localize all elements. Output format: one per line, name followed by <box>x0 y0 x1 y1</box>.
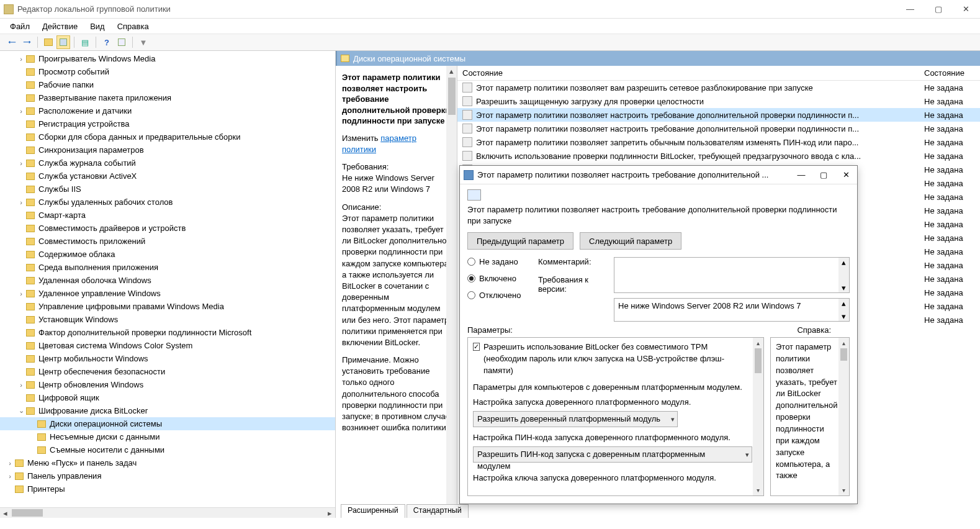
tpm-pin-select[interactable]: Разрешить ПИН-код запуска с доверенным п… <box>473 446 752 463</box>
list-item[interactable]: Этот параметр политики позволяет вам раз… <box>457 81 980 94</box>
tree-item[interactable]: Просмотр событий <box>0 65 335 78</box>
setting-state: Не задана <box>924 179 980 188</box>
list-item[interactable]: Этот параметр политики позволяет настрои… <box>457 122 980 135</box>
tree-item[interactable]: Центр мобильности Windows <box>0 352 335 365</box>
radio-enabled[interactable]: Включено <box>467 274 529 283</box>
expand-icon[interactable]: › <box>17 160 25 167</box>
help-scrollbar[interactable]: ▴▾ <box>838 338 849 495</box>
policy-dialog: Этот параметр политики позволяет настрои… <box>459 165 858 504</box>
list-item[interactable]: Включить использование проверки подлинно… <box>457 149 980 163</box>
tree-item[interactable]: Совместимость приложений <box>0 235 335 248</box>
scroll-thumb[interactable] <box>12 509 43 517</box>
prev-setting-button[interactable]: Предыдущий параметр <box>467 232 573 250</box>
show-tree-button[interactable] <box>56 35 70 49</box>
tab-extended[interactable]: Расширенный <box>341 504 405 518</box>
tree-item[interactable]: Удаленная оболочка Windows <box>0 274 335 287</box>
tree-item[interactable]: ›Проигрыватель Windows Media <box>0 52 335 65</box>
tree-item[interactable]: Регистрация устройства <box>0 117 335 130</box>
scrollbar[interactable]: ▴▾ <box>838 258 849 292</box>
tree-item[interactable]: Рабочие папки <box>0 78 335 91</box>
menu-file[interactable]: Файл <box>5 20 35 32</box>
tree-item[interactable]: Смарт-карта <box>0 209 335 222</box>
tree-item[interactable]: Несъемные диски с данными <box>0 430 335 443</box>
dialog-maximize-button[interactable]: ▢ <box>812 166 835 184</box>
expand-icon[interactable]: ⌄ <box>17 407 25 415</box>
menu-view[interactable]: Вид <box>85 20 110 32</box>
setting-state: Не задана <box>924 165 980 174</box>
folder-icon <box>37 420 46 428</box>
tree-item[interactable]: ›Службы удаленных рабочих столов <box>0 196 335 209</box>
dialog-close-button[interactable]: ✕ <box>835 166 857 184</box>
tree-item[interactable]: Совместимость драйверов и устройств <box>0 222 335 235</box>
help-button[interactable]: ? <box>100 35 114 49</box>
comment-textarea[interactable]: ▴▾ <box>614 257 850 293</box>
export-button[interactable]: ▤ <box>78 35 92 49</box>
tpm-startup-select[interactable]: Разрешить доверенный платформенный модул… <box>473 411 678 427</box>
maximize-button[interactable]: ▢ <box>924 0 952 19</box>
allow-without-tpm-checkbox[interactable]: Разрешить использование BitLocker без со… <box>473 341 752 377</box>
scroll-left-icon[interactable]: ◂ <box>0 508 11 518</box>
expand-icon[interactable]: › <box>17 290 25 297</box>
separator <box>74 37 74 48</box>
minimize-button[interactable]: — <box>896 0 924 19</box>
expand-icon[interactable]: › <box>6 472 14 480</box>
menu-action[interactable]: Действие <box>37 20 83 32</box>
tree-item[interactable]: Цветовая система Windows Color System <box>0 339 335 352</box>
tab-standard[interactable]: Стандартный <box>407 504 469 518</box>
tree-item[interactable]: Развертывание пакета приложения <box>0 91 335 104</box>
tree-item[interactable]: Фактор дополнительной проверки подлиннос… <box>0 326 335 339</box>
tree-item[interactable]: Принтеры <box>0 482 335 495</box>
tree-item[interactable]: Среда выполнения приложения <box>0 261 335 274</box>
list-item[interactable]: Этот параметр политики позволяет настрои… <box>457 108 980 122</box>
radio-not-configured[interactable]: Не задано <box>467 257 529 266</box>
folder-icon <box>26 133 35 141</box>
scroll-thumb[interactable] <box>448 78 456 115</box>
expand-icon[interactable]: › <box>17 199 25 206</box>
col-state-left[interactable]: Состояние <box>457 68 924 78</box>
tree-item[interactable]: Диски операционной системы <box>0 417 335 430</box>
tree-item[interactable]: Служба установки ActiveX <box>0 170 335 183</box>
expand-icon[interactable]: › <box>6 459 14 467</box>
tree-item[interactable]: Службы IIS <box>0 183 335 196</box>
tree-item[interactable]: Сборки для сбора данных и предварительны… <box>0 130 335 143</box>
tree-item[interactable]: Центр обеспечения безопасности <box>0 365 335 378</box>
col-state-right[interactable]: Состояние <box>924 68 980 78</box>
dialog-minimize-button[interactable]: — <box>790 166 812 184</box>
tree-label: Расположение и датчики <box>38 106 132 115</box>
desc-scrollbar[interactable]: ▴ ▾ <box>446 66 457 518</box>
forward-button[interactable]: ⭢ <box>20 35 34 49</box>
list-item[interactable]: Разрешить защищенную загрузку для провер… <box>457 94 980 108</box>
back-button[interactable]: ⭠ <box>5 35 19 49</box>
expand-icon[interactable]: › <box>17 107 25 115</box>
tree-item[interactable]: Управление цифровыми правами Windows Med… <box>0 300 335 313</box>
expand-icon[interactable]: › <box>17 381 25 389</box>
tree-item[interactable]: Содержимое облака <box>0 248 335 261</box>
tree-item[interactable]: ›Панель управления <box>0 469 335 482</box>
chevron-down-icon: ▾ <box>745 450 749 460</box>
tree-item[interactable]: Цифровой ящик <box>0 391 335 404</box>
filter-button[interactable]: ▼ <box>137 35 150 49</box>
tree-hscroll[interactable]: ◂ ▸ <box>0 507 335 518</box>
close-button[interactable]: ✕ <box>952 0 980 19</box>
tree-item[interactable]: Синхронизация параметров <box>0 143 335 156</box>
radio-disabled[interactable]: Отключено <box>467 291 529 300</box>
expand-icon[interactable]: › <box>17 55 25 63</box>
properties-button[interactable] <box>115 35 128 49</box>
menu-help[interactable]: Справка <box>112 20 154 32</box>
tree-item[interactable]: ›Меню «Пуск» и панель задач <box>0 456 335 469</box>
list-item[interactable]: Этот параметр политики позволяет запрети… <box>457 135 980 149</box>
tree-item[interactable]: Установщик Windows <box>0 313 335 326</box>
tree-item[interactable]: ⌄Шифрование диска BitLocker <box>0 404 335 417</box>
tree-item[interactable]: Съемные носители с данными <box>0 443 335 456</box>
scroll-right-icon[interactable]: ▸ <box>325 508 335 518</box>
tree-item[interactable]: ›Центр обновления Windows <box>0 378 335 391</box>
tree-item[interactable]: ›Удаленное управление Windows <box>0 287 335 300</box>
scroll-up-icon[interactable]: ▴ <box>446 66 457 76</box>
next-setting-button[interactable]: Следующий параметр <box>580 232 681 250</box>
tree-item[interactable]: ›Расположение и датчики <box>0 104 335 117</box>
up-button[interactable] <box>42 35 55 49</box>
tree-item[interactable]: ›Служба журнала событий <box>0 156 335 170</box>
tree[interactable]: ›Проигрыватель Windows MediaПросмотр соб… <box>0 51 335 495</box>
options-scrollbar[interactable]: ▴▾ <box>753 338 763 495</box>
scrollbar[interactable]: ▴▾ <box>838 299 849 321</box>
